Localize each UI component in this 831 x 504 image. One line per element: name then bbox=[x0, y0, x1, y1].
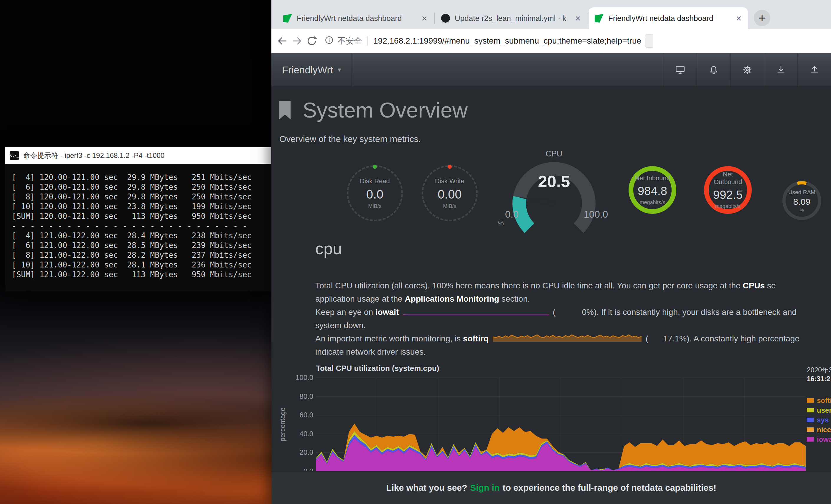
net-outbound-gauge[interactable]: Net Outbound 992.5 megabits/s bbox=[704, 166, 752, 214]
reload-icon bbox=[306, 35, 318, 47]
disk-read-peak-dot bbox=[373, 165, 377, 169]
forward-button[interactable] bbox=[290, 34, 305, 48]
cpu-chart[interactable] bbox=[316, 378, 806, 471]
hostname-dropdown[interactable]: FriendlyWrt ▾ bbox=[271, 53, 352, 87]
tab-label: FriendlyWrt netdata dashboard bbox=[608, 14, 731, 23]
ytick-label: 60.0 bbox=[299, 411, 313, 419]
tab-separator bbox=[588, 13, 588, 24]
sign-in-link[interactable]: Sign in bbox=[470, 483, 499, 493]
doc-line: Keep an eye on iowait (0%). If it is con… bbox=[315, 305, 800, 319]
legend-item-softirq[interactable]: softirq bbox=[807, 395, 831, 405]
doc-line: indicate network driver issues. bbox=[315, 345, 800, 358]
legend-item-user[interactable]: user bbox=[807, 405, 831, 415]
info-icon bbox=[324, 35, 335, 48]
toolbar-edge-icon[interactable] bbox=[645, 34, 653, 48]
used-ram-gauge[interactable]: Used RAM 8.09 % bbox=[782, 181, 821, 220]
legend-label: nice bbox=[817, 426, 831, 434]
address-bar[interactable]: 不安全 192.168.2.1:19999/#menu_system_subme… bbox=[324, 33, 828, 49]
security-label: 不安全 bbox=[337, 35, 362, 47]
gauge-units: % bbox=[800, 207, 804, 212]
ytick-label: 40.0 bbox=[299, 430, 313, 438]
netdata-main: System Overview Overview of the key syst… bbox=[271, 87, 831, 471]
doc-line: Total CPU utilization (all cores). 100% … bbox=[315, 279, 800, 292]
cpu-gauge[interactable] bbox=[501, 159, 607, 237]
tab-close-button[interactable]: × bbox=[572, 13, 583, 24]
terminal-line: [ 6] 121.00-122.00 sec 28.5 MBytes 239 M… bbox=[12, 241, 271, 250]
disk-write-peak-dot bbox=[448, 165, 452, 169]
tab-close-button[interactable]: × bbox=[419, 13, 430, 24]
gauge-units: MiB/s bbox=[443, 203, 456, 209]
tab-netdata-1[interactable]: FriendlyWrt netdata dashboard × bbox=[277, 7, 433, 29]
url-text: 192.168.2.1:19999/#menu_system_submenu_c… bbox=[373, 36, 641, 46]
ytick-label: 20.0 bbox=[299, 448, 313, 456]
legend-item-sys[interactable]: sys bbox=[807, 415, 831, 425]
ytick-label: 100.0 bbox=[295, 374, 313, 382]
hostname-label: FriendlyWrt bbox=[282, 64, 333, 76]
terminal-window: C:\_ 命令提示符 - iperf3 -c 192.168.1.2 -P4 -… bbox=[5, 147, 271, 291]
reload-button[interactable] bbox=[305, 34, 319, 48]
legend-swatch bbox=[807, 398, 814, 403]
softirq-spark bbox=[493, 332, 641, 346]
print-dashboard-button[interactable] bbox=[663, 53, 697, 87]
tab-close-button[interactable]: × bbox=[733, 13, 744, 24]
cpu-section-text: Total CPU utilization (all cores). 100% … bbox=[315, 279, 800, 358]
terminal-line: [SUM] 120.00-121.00 sec 113 MBytes 950 M… bbox=[12, 211, 271, 221]
settings-button[interactable] bbox=[730, 53, 764, 87]
alarms-button[interactable] bbox=[697, 53, 730, 87]
footer-text-suffix: to experience the full-range of netdata … bbox=[503, 483, 716, 493]
ytick-label: 0.0 bbox=[304, 467, 313, 471]
legend-item-nice[interactable]: nice bbox=[807, 425, 831, 435]
terminal-line: [ 8] 121.00-122.00 sec 28.2 MBytes 237 M… bbox=[12, 250, 271, 260]
net-inbound-gauge[interactable]: Net Inbound 984.8 megabits/s bbox=[629, 166, 676, 214]
gauge-units: megabits/s bbox=[639, 200, 665, 206]
back-button[interactable] bbox=[275, 34, 290, 48]
tab-separator bbox=[434, 13, 435, 24]
tab-github[interactable]: Update r2s_lean_minimal.yml · k × bbox=[435, 7, 587, 29]
disk-read-gauge[interactable]: Disk Read 0.0 MiB/s bbox=[347, 165, 403, 221]
legend-label: softirq bbox=[817, 396, 831, 405]
legend-item-iowait[interactable]: iowait bbox=[807, 435, 831, 444]
netdata-footer: Like what you see? Sign in to experience… bbox=[271, 471, 831, 504]
terminal-titlebar[interactable]: C:\_ 命令提示符 - iperf3 -c 192.168.1.2 -P4 -… bbox=[5, 147, 271, 164]
cpu-chart-time: 16:31:2 bbox=[807, 375, 830, 383]
upload-icon bbox=[809, 64, 820, 76]
netdata-favicon bbox=[283, 14, 292, 23]
legend-swatch bbox=[807, 427, 814, 432]
cpu-chart-title: Total CPU utilization (system.cpu) bbox=[316, 364, 439, 373]
terminal-body[interactable]: [ 4] 120.00-121.00 sec 29.9 MBytes 251 M… bbox=[5, 164, 271, 291]
desktop: C:\_ 命令提示符 - iperf3 -c 192.168.1.2 -P4 -… bbox=[0, 0, 831, 504]
gauge-label: Net Inbound bbox=[635, 174, 670, 182]
download-icon bbox=[775, 64, 786, 76]
netdata-header: FriendlyWrt ▾ bbox=[271, 53, 831, 87]
cpu-gauge-label: CPU bbox=[524, 149, 583, 158]
tab-netdata-active[interactable]: FriendlyWrt netdata dashboard × bbox=[589, 7, 748, 29]
legend-label: user bbox=[817, 406, 831, 414]
cmd-icon: C:\_ bbox=[10, 151, 19, 160]
chevron-down-icon: ▾ bbox=[338, 66, 341, 73]
import-button[interactable] bbox=[764, 53, 797, 87]
browser-window: FriendlyWrt netdata dashboard × Update r… bbox=[271, 0, 831, 504]
terminal-line: [ 10] 121.00-122.00 sec 28.1 MBytes 236 … bbox=[12, 260, 271, 270]
page-subtitle: Overview of the key system metrics. bbox=[279, 134, 421, 144]
netdata-favicon bbox=[595, 14, 603, 23]
gauge-value: 0.0 bbox=[366, 187, 383, 202]
cpu-chart-svg bbox=[316, 378, 806, 471]
back-icon bbox=[276, 35, 288, 47]
doc-line: system down. bbox=[315, 319, 800, 332]
header-actions bbox=[663, 53, 831, 87]
github-favicon bbox=[441, 14, 450, 23]
gear-icon bbox=[742, 64, 753, 76]
netdata-app: FriendlyWrt ▾ bbox=[271, 53, 831, 504]
terminal-line: [ 4] 120.00-121.00 sec 29.9 MBytes 251 M… bbox=[12, 173, 271, 182]
export-button[interactable] bbox=[797, 53, 831, 87]
gauge-units: MiB/s bbox=[368, 203, 382, 209]
address-separator bbox=[368, 36, 368, 46]
terminal-line: [ 8] 120.00-121.00 sec 29.8 MBytes 250 M… bbox=[12, 192, 271, 202]
new-tab-button[interactable]: + bbox=[754, 10, 770, 26]
legend-swatch bbox=[807, 408, 814, 412]
ytick-label: 80.0 bbox=[299, 392, 313, 401]
terminal-line: [ 4] 121.00-122.00 sec 28.4 MBytes 238 M… bbox=[12, 231, 271, 241]
gauge-label: Used RAM bbox=[788, 189, 815, 196]
gauge-label: Disk Write bbox=[435, 177, 464, 185]
bell-icon bbox=[708, 64, 719, 76]
